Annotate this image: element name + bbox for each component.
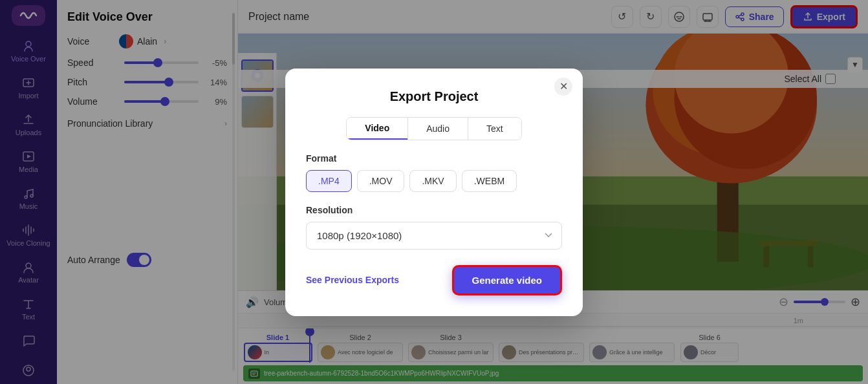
modal-close-button[interactable]: ✕ [554, 78, 572, 96]
resolution-label: Resolution [306, 205, 562, 215]
format-mov[interactable]: .MOV [357, 170, 405, 192]
format-section: Format .MP4 .MOV .MKV .WEBM [306, 153, 562, 192]
export-modal: ✕ Export Project Video Audio Text Format… [285, 69, 583, 316]
modal-footer: See Previous Exports Generate video [306, 265, 562, 295]
format-webm[interactable]: .WEBM [462, 170, 517, 192]
export-tabs: Video Audio Text [346, 117, 521, 140]
format-options: .MP4 .MOV .MKV .WEBM [306, 170, 562, 192]
resolution-section: Resolution 1080p (1920×1080) 720p (1280×… [306, 205, 562, 265]
tab-text[interactable]: Text [468, 118, 521, 140]
format-mkv[interactable]: .MKV [409, 170, 456, 192]
modal-overlay: ✕ Export Project Video Audio Text Format… [0, 0, 868, 384]
tab-audio[interactable]: Audio [407, 118, 468, 140]
resolution-select[interactable]: 1080p (1920×1080) 720p (1280×720) 480p (… [306, 222, 562, 250]
app-container: Voice Over Import Uploads Media Music Vo… [0, 0, 868, 384]
tab-video[interactable]: Video [347, 118, 407, 140]
see-previous-button[interactable]: See Previous Exports [306, 275, 399, 285]
format-label: Format [306, 153, 562, 164]
modal-title: Export Project [306, 89, 562, 104]
format-mp4[interactable]: .MP4 [306, 170, 352, 192]
generate-video-button[interactable]: Generate video [452, 265, 562, 295]
